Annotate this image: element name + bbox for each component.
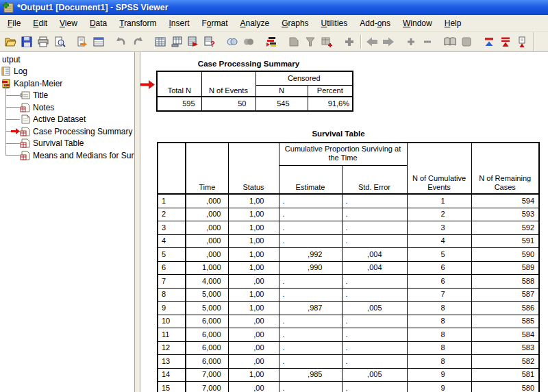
cell: 3	[407, 221, 471, 235]
collapse-output-icon[interactable]	[481, 34, 497, 50]
print-preview-icon[interactable]	[51, 34, 68, 50]
table-row: 157,000,00..9580	[158, 382, 539, 392]
use-variable-sets-icon[interactable]: ?	[201, 34, 218, 50]
menu-transform[interactable]: Transform	[113, 16, 162, 30]
cell: 5,000	[186, 288, 228, 302]
navigate-forward-icon[interactable]	[380, 34, 397, 50]
cell: 580	[471, 382, 539, 392]
cell: .	[279, 208, 342, 221]
column-header: N	[256, 85, 308, 97]
goto-data-icon[interactable]	[152, 34, 169, 50]
menu-analyze[interactable]: Analyze	[234, 16, 276, 30]
tree-item-survival-table[interactable]: Survival Table	[20, 137, 84, 149]
tree-item-notes[interactable]: Notes	[20, 101, 54, 113]
tree-item-log[interactable]: Log	[1, 65, 27, 77]
tree-item-active-dataset[interactable]: Active Dataset	[20, 113, 86, 125]
title-icon	[20, 90, 30, 100]
cell: 1,00	[228, 302, 279, 315]
cell: 6,000	[186, 315, 228, 328]
tree-item-output-root[interactable]: utput	[2, 53, 21, 65]
toolbar: ?	[0, 32, 548, 52]
insert-case-icon[interactable]	[286, 34, 302, 50]
cell: 6,000	[186, 328, 228, 342]
title-bar[interactable]: *Output1 [Document1] - SPSS Viewer	[0, 0, 548, 15]
cell: 8	[407, 302, 471, 315]
dataset-icon	[20, 114, 30, 124]
hide-icon[interactable]	[458, 34, 475, 50]
redo-icon[interactable]	[129, 34, 146, 50]
cell: ,005	[342, 302, 407, 315]
save-icon[interactable]	[18, 34, 35, 50]
cell: 1	[407, 194, 471, 208]
procedure-icon	[1, 79, 11, 88]
pane-splitter[interactable]	[135, 52, 140, 392]
cell: 590	[471, 248, 539, 262]
menu-insert[interactable]: Insert	[162, 16, 195, 30]
log-icon	[1, 66, 11, 76]
show-all-icon[interactable]	[442, 34, 458, 50]
undo-icon[interactable]	[113, 34, 129, 50]
tree-connector	[5, 107, 20, 108]
zoom-in-icon[interactable]	[403, 34, 419, 50]
cell: 4	[407, 234, 471, 248]
case-processing-summary-table[interactable]: Total N N of Events Censored N Percent 5…	[156, 71, 353, 112]
tree-label: Title	[33, 90, 48, 100]
open-folder-icon[interactable]	[2, 34, 18, 50]
menu-edit[interactable]: Edit	[27, 16, 53, 30]
table-row: 4,0001,00..4591	[158, 234, 539, 248]
column-header: Total N	[157, 71, 201, 97]
goto-case-icon[interactable]	[169, 34, 185, 50]
export-output-icon[interactable]	[74, 34, 90, 50]
tree-item-means-medians[interactable]: Means and Medians for Surv	[20, 149, 135, 161]
menu-data[interactable]: Data	[84, 16, 113, 30]
insert-table-icon[interactable]	[319, 34, 335, 50]
menu-help[interactable]: Help	[438, 16, 468, 30]
cell: 9	[158, 302, 186, 315]
deselect-icon[interactable]	[240, 34, 257, 50]
menu-utilities[interactable]: Utilities	[315, 16, 354, 30]
menu-file[interactable]: File	[1, 16, 27, 30]
navigate-back-icon[interactable]	[364, 34, 380, 50]
designate-window-icon[interactable]	[263, 34, 279, 50]
menu-format[interactable]: Format	[196, 16, 234, 30]
cell: ,00	[228, 275, 279, 289]
tree-item-case-processing-summary[interactable]: Case Processing Summary	[20, 125, 132, 137]
cell: 8	[158, 288, 186, 302]
survival-table[interactable]: Time Status Cumulative Proportion Surviv…	[157, 142, 540, 392]
tree-label: Means and Medians for Surv	[33, 151, 135, 160]
dialog-recall-icon[interactable]	[90, 34, 107, 50]
variables-icon[interactable]	[185, 34, 201, 50]
cell: 594	[471, 194, 539, 208]
table-row: 126,000,00..8583	[158, 341, 539, 355]
cell: 15	[158, 382, 186, 392]
column-header: N of Cumulative Events	[407, 143, 471, 194]
cell: .	[342, 234, 407, 248]
tree-label: Active Dataset	[33, 114, 86, 124]
zoom-out-icon[interactable]	[419, 34, 436, 50]
insert-plus-icon[interactable]	[341, 34, 358, 50]
menu-window[interactable]: Window	[397, 16, 438, 30]
menu-graphs[interactable]: Graphs	[275, 16, 314, 30]
menu-view[interactable]: View	[53, 16, 84, 30]
tree-item-title[interactable]: Title	[20, 89, 48, 101]
cell: 595	[157, 97, 201, 111]
cell: 5,000	[186, 302, 228, 315]
output-pane: Case Processing Summary Total N N of Eve…	[140, 52, 548, 392]
print-icon[interactable]	[35, 34, 51, 50]
tree-item-kaplan-meier[interactable]: Kaplan-Meier	[1, 77, 62, 89]
cell: .	[342, 275, 407, 289]
select-last-output-icon[interactable]	[224, 34, 240, 50]
cell: 2	[158, 208, 186, 221]
cell: ,00	[228, 355, 279, 369]
censored-group-header: Censored	[256, 71, 353, 85]
cell: 7	[407, 288, 471, 302]
menu-addons[interactable]: Add-ons	[353, 16, 397, 30]
cell: 6,000	[186, 355, 228, 369]
column-header: N of Events	[201, 71, 256, 97]
promote-item-icon[interactable]	[514, 34, 530, 50]
cell: .	[279, 315, 342, 328]
survival-table-title: Survival Table	[157, 130, 520, 138]
move-up-icon[interactable]	[497, 34, 514, 50]
goto-variable-icon[interactable]	[302, 34, 319, 50]
cell: 4,000	[186, 275, 228, 289]
